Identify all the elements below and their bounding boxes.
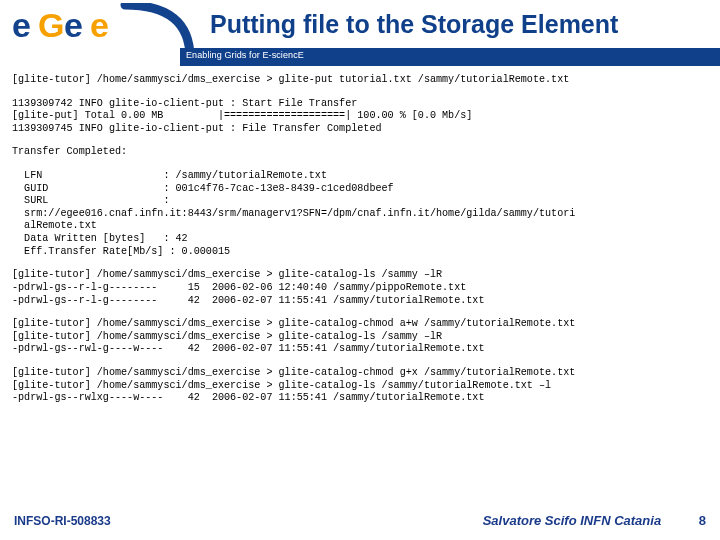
out-line: 1139309742 INFO glite-io-client-put : St…	[12, 98, 357, 109]
cmd-line: [glite-tutor] /home/sammysci/dms_exercis…	[12, 380, 551, 391]
tagline-text: Enabling Grids for E-sciencE	[186, 50, 304, 60]
ls-line: -pdrwl-gs--r-l-g-------- 42 2006-02-07 1…	[12, 295, 484, 306]
egee-logo: e G e e	[12, 6, 127, 46]
logo-letter-e1: e	[12, 6, 31, 45]
command-ls-1: [glite-tutor] /home/sammysci/dms_exercis…	[12, 269, 708, 307]
ls-line: -pdrwl-gs--rwl-g----w---- 42 2006-02-07 …	[12, 343, 484, 354]
detail-surl-cont2: alRemote.txt	[12, 220, 97, 231]
cmd-line: [glite-tutor] /home/sammysci/dms_exercis…	[12, 318, 575, 329]
slide-footer: INFSO-RI-508833 Salvatore Scifo INFN Cat…	[14, 513, 706, 528]
slide-title: Putting file to the Storage Element	[210, 10, 618, 39]
slide-header: e G e e Putting file to the Storage Elem…	[0, 0, 720, 66]
ls-line: -pdrwl-gs--r-l-g-------- 15 2006-02-06 1…	[12, 282, 466, 293]
page-number: 8	[699, 513, 706, 528]
cmd-line: [glite-tutor] /home/sammysci/dms_exercis…	[12, 269, 442, 280]
logo-letter-g: G	[38, 6, 64, 45]
ls-line: -pdrwl-gs--rwlxg----w---- 42 2006-02-07 …	[12, 392, 484, 403]
footer-author: Salvatore Scifo INFN Catania 8	[483, 513, 706, 528]
tagline-bar-mask	[0, 48, 180, 66]
detail-guid: GUID : 001c4f76-7cac-13e8-8439-c1ced08db…	[12, 183, 394, 194]
out-line: 1139309745 INFO glite-io-client-put : Fi…	[12, 123, 382, 134]
detail-surl-cont: srm://egee016.cnaf.infn.it:8443/srm/mana…	[12, 208, 575, 219]
command-chmod-a: [glite-tutor] /home/sammysci/dms_exercis…	[12, 318, 708, 356]
command-put: [glite-tutor] /home/sammysci/dms_exercis…	[12, 74, 708, 87]
transfer-details: LFN : /sammy/tutorialRemote.txt GUID : 0…	[12, 170, 708, 258]
detail-eff-rate: Eff.Transfer Rate[Mb/s] : 0.000015	[12, 246, 230, 257]
transfer-completed-label: Transfer Completed:	[12, 146, 708, 159]
detail-surl: SURL :	[12, 195, 170, 206]
footer-contract-id: INFSO-RI-508833	[14, 514, 111, 528]
author-name: Salvatore Scifo INFN Catania	[483, 513, 661, 528]
terminal-content: [glite-tutor] /home/sammysci/dms_exercis…	[12, 74, 708, 416]
output-transfer: 1139309742 INFO glite-io-client-put : St…	[12, 98, 708, 136]
cmd-line: [glite-tutor] /home/sammysci/dms_exercis…	[12, 367, 575, 378]
out-line: [glite-put] Total 0.00 MB |=============…	[12, 110, 472, 121]
detail-data-written: Data Written [bytes] : 42	[12, 233, 188, 244]
command-chmod-g: [glite-tutor] /home/sammysci/dms_exercis…	[12, 367, 708, 405]
title-bar: Putting file to the Storage Element	[180, 0, 720, 48]
detail-lfn: LFN : /sammy/tutorialRemote.txt	[12, 170, 327, 181]
logo-letter-e2: e	[64, 6, 83, 45]
cmd-line: [glite-tutor] /home/sammysci/dms_exercis…	[12, 331, 442, 342]
logo-letter-e3: e	[90, 6, 109, 45]
